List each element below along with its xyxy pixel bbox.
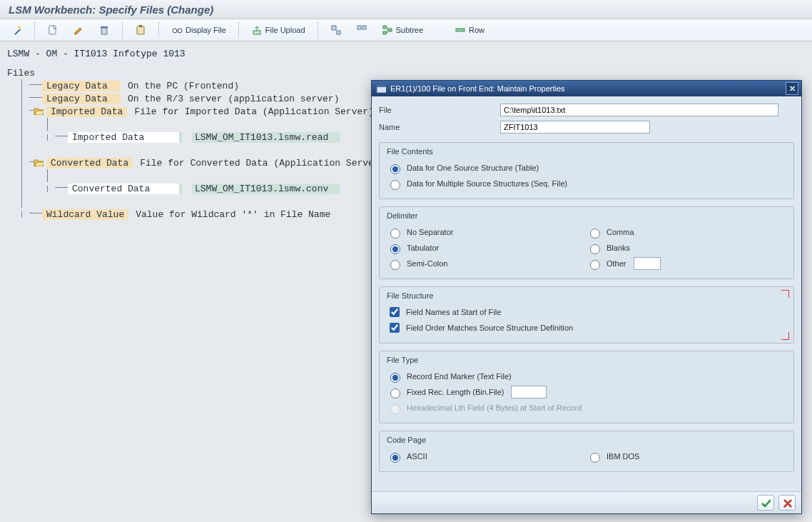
name-input[interactable] [500,121,650,134]
radio-single-structure[interactable]: Data for One Source Structure (Table) [387,162,539,174]
folder-open-icon [34,158,44,166]
cancel-button[interactable] [778,495,796,511]
window-icon [376,84,386,94]
subtree-button[interactable]: Subtree [377,21,429,39]
dialog-title-text: ER1(1)/100 File on Front End: Maintain P… [390,84,565,93]
tree-root[interactable]: Files [7,66,805,79]
row-button[interactable]: Row [450,21,489,39]
new-button[interactable] [42,21,64,39]
wand-icon [11,24,22,36]
group-code-page: Code Page ASCII IBM DOS [379,431,794,472]
file-label: File [379,106,500,114]
fixed-length-input[interactable] [511,386,547,398]
radio-hex-length: Hexadecimal Lth Field (4 Bytes) at Start… [387,402,582,414]
clipboard-icon [135,24,146,36]
edit-button[interactable] [68,21,89,39]
group-file-structure: File Structure Field Names at Start of F… [379,286,794,343]
glasses-icon [171,24,183,36]
check-field-names[interactable]: Field Names at Start of File [387,305,501,319]
display-file-button[interactable]: Display File [166,21,231,39]
upload-icon [251,24,263,36]
trash-icon [98,24,110,36]
row-icon [455,24,466,36]
toolbar: Display File File Upload Subtree Row [0,19,812,41]
radio-no-separator[interactable]: No Separator [387,226,453,239]
dialog-titlebar[interactable]: ER1(1)/100 File on Front End: Maintain P… [372,81,801,96]
page-title: LSM Workbench: Specify Files (Change) [0,0,812,19]
other-delimiter-input[interactable] [634,257,661,270]
breadcrumb: LSMW - OM - IT1013 Infotype 1013 [7,47,805,66]
file-upload-button[interactable]: File Upload [246,21,310,39]
check-field-order[interactable]: Field Order Matches Source Structure Def… [387,321,573,335]
x-icon [782,498,792,508]
radio-fixed-length[interactable]: Fixed Rec. Length (Bin.File) [387,386,504,398]
subtree-icon [382,24,393,36]
radio-comma[interactable]: Comma [587,226,634,239]
page-title-text: LSM Workbench: Specify Files (Change) [9,4,213,16]
pencil-icon [73,24,84,36]
execute-button[interactable] [6,21,27,39]
radio-ibm-dos[interactable]: IBM DOS [587,451,639,463]
radio-tabulator[interactable]: Tabulator [387,242,439,254]
name-label: Name [379,123,500,131]
collapse-button[interactable] [351,21,372,39]
paste-button[interactable] [130,21,151,39]
dialog-close-button[interactable]: ✕ [786,82,798,95]
radio-ascii[interactable]: ASCII [387,451,427,463]
radio-other[interactable]: Other [587,258,626,270]
file-properties-dialog: ER1(1)/100 File on Front End: Maintain P… [371,80,802,514]
folder-open-icon [34,106,44,115]
expand-button[interactable] [325,21,347,39]
group-file-contents: File Contents Data for One Source Struct… [379,142,794,199]
check-icon [761,498,771,508]
document-icon [47,24,59,36]
radio-blanks[interactable]: Blanks [587,242,630,254]
close-icon: ✕ [789,84,796,94]
radio-multi-structure[interactable]: Data for Multiple Source Structures (Seq… [387,178,567,190]
dialog-footer [372,491,801,513]
group-file-type: File Type Record End Marker (Text File) … [379,351,794,423]
delete-button[interactable] [93,21,115,39]
radio-record-end[interactable]: Record End Marker (Text File) [387,371,512,383]
radio-semicolon[interactable]: Semi-Colon [387,258,447,270]
ok-button[interactable] [757,495,774,511]
expand-icon [330,24,342,36]
group-delimiter: Delimiter No Separator Tabulator Semi-Co… [379,206,794,279]
collapse-icon [356,24,367,36]
file-input[interactable] [500,104,778,116]
